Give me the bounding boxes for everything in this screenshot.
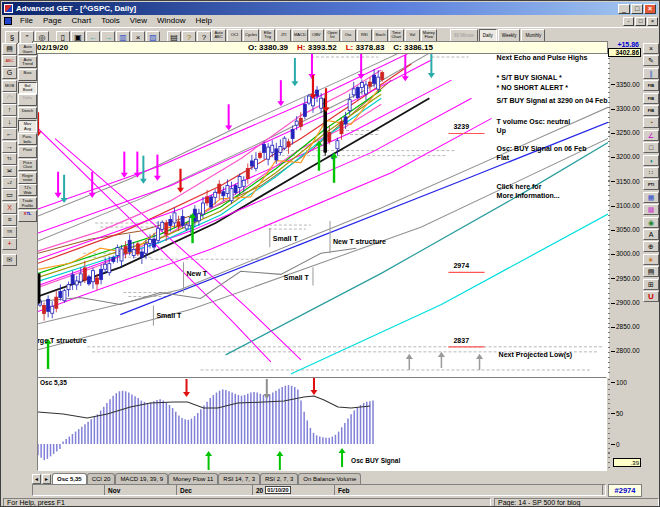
menu-page[interactable]: Page — [38, 16, 67, 25]
tab-cci-20[interactable]: CCI 20 — [87, 473, 116, 484]
arrow-down-icon[interactable]: ↓ — [2, 116, 17, 128]
maximize-button[interactable]: □ — [631, 4, 643, 14]
arrow-right-icon[interactable]: → — [2, 141, 17, 153]
menu-file[interactable]: File — [15, 16, 38, 25]
fib-extension-icon[interactable]: FIB EXT — [643, 93, 659, 104]
elliott-abc-icon[interactable]: ABC — [2, 55, 17, 67]
study-bias[interactable]: Bias — [18, 69, 37, 81]
rectangle-icon[interactable]: ▭ — [2, 189, 17, 201]
tb-oci[interactable]: OCI — [227, 29, 242, 42]
ruler-date-thumb[interactable]: 01/10/20 — [265, 486, 290, 494]
study-bol-band[interactable]: BolBand — [18, 82, 37, 94]
mdi-restore-button[interactable]: □ — [635, 17, 646, 26]
tab-scroll-left[interactable]: ◄ — [32, 474, 41, 484]
tf-weekly[interactable]: Weekly — [498, 29, 521, 42]
tb-vol[interactable]: Vol — [405, 29, 420, 42]
tab-money-flow-11[interactable]: Money Flow 11 — [168, 473, 218, 484]
remove-lines-icon[interactable]: X — [2, 202, 17, 214]
study-auto-trend[interactable]: AutoTrend — [18, 56, 37, 68]
zoom-tool-icon[interactable]: ⊕ — [643, 241, 659, 252]
tb-rsi[interactable]: RSI — [357, 29, 372, 42]
gann-wheel-icon[interactable]: ◔ — [643, 117, 659, 128]
study-auto-gann[interactable]: AutoGann — [18, 43, 37, 55]
menu-window[interactable]: Window — [152, 16, 190, 25]
link-chart-icon[interactable]: § — [5, 31, 19, 44]
tb-macd[interactable]: MACD — [292, 29, 308, 42]
tb-jti[interactable]: JTI — [276, 29, 291, 42]
gann-fan-icon[interactable]: ∠ — [643, 130, 659, 141]
study-trade-profile[interactable]: TradeProfile — [18, 197, 37, 209]
menu-chart[interactable]: Chart — [67, 16, 97, 25]
study-delta[interactable]: Delta — [18, 94, 37, 106]
cluster-tool-icon[interactable]: ∷ — [643, 167, 659, 178]
close-button[interactable]: × — [644, 4, 656, 14]
text-tool-icon[interactable]: A — [643, 229, 659, 240]
ruler-cell-Dec[interactable]: Dec — [177, 485, 253, 495]
study-price-clust[interactable]: PriceClust — [18, 159, 37, 171]
tb-elliott-trigger[interactable]: Ellio Trig — [260, 29, 275, 42]
grid2-icon[interactable]: ▤ — [643, 266, 659, 277]
tab-macd-19-39-9[interactable]: MACD 19, 39, 9 — [115, 473, 168, 484]
copy-tool-icon[interactable]: ⊞ — [643, 279, 659, 290]
pti-icon[interactable]: PTI — [643, 179, 659, 190]
undo-icon[interactable]: U — [643, 291, 659, 302]
child-window-icon[interactable] — [4, 17, 12, 25]
tb-stoch[interactable]: Stoch — [373, 29, 388, 42]
study-regression[interactable]: Regression — [18, 172, 37, 184]
remove-bands-icon[interactable]: ≡ — [2, 214, 17, 226]
study-parabolic[interactable]: Para-bolic — [18, 133, 37, 145]
mdi-close-button[interactable]: × — [647, 17, 658, 26]
ellipse-icon[interactable]: ◠ — [2, 92, 17, 104]
oscillator-panel[interactable]: Osc 5,35Osc BUY Signal — [37, 377, 607, 471]
tab-osc-5-35[interactable]: Osc 5,35 — [52, 473, 87, 484]
study-pivot[interactable]: Pivot — [18, 146, 37, 158]
globe-icon[interactable]: ◉ — [643, 217, 659, 228]
bar-count-icon[interactable]: ¶1 — [2, 153, 17, 165]
study-mov-avg[interactable]: MovAvg — [18, 120, 37, 132]
arrow-up-icon[interactable]: ↑ — [2, 104, 17, 116]
mob-levels-icon[interactable]: ▩ — [643, 204, 659, 215]
remove-tr-icon[interactable]: TR — [2, 226, 17, 238]
tf-daily[interactable]: Daily — [479, 29, 497, 42]
tb-cycles[interactable]: Cycles — [243, 29, 259, 42]
price-chart-panel[interactable]: Small TNew T structureNew TSmall TSmall … — [37, 53, 609, 378]
tab-on-balance-volume[interactable]: On Balance Volume — [298, 473, 361, 484]
ruler-cell-Feb[interactable]: Feb — [335, 485, 603, 495]
tab-rsi-2-7-3[interactable]: RSI 2, 7, 3 — [260, 473, 298, 484]
pencil-icon[interactable]: ✎ — [643, 55, 659, 66]
oscillator-canvas[interactable]: Osc 5,35Osc BUY Signal — [38, 378, 606, 470]
tf-monthly[interactable]: Monthly — [521, 29, 545, 42]
tab-scroll-right[interactable]: ► — [42, 474, 51, 484]
tf-60-minute[interactable]: 60 Minute — [450, 29, 478, 42]
study-donch[interactable]: Donch — [18, 107, 37, 119]
tb-osc[interactable]: Osc — [341, 29, 356, 42]
minimize-button[interactable]: _ — [618, 4, 630, 14]
menu-help[interactable]: Help — [190, 16, 216, 25]
ruler-cell-20[interactable]: 2001/10/20 — [253, 485, 335, 495]
mob-tool-icon[interactable]: ◖ — [643, 155, 659, 166]
tb-money-flow[interactable]: Money Flow — [421, 29, 437, 42]
fib-time-icon[interactable]: FIB TPC — [643, 105, 659, 116]
trendlines-icon[interactable]: ∥ — [643, 68, 659, 79]
mdi-minimize-button[interactable]: - — [623, 17, 634, 26]
portfolio-icon[interactable]: ▤ — [2, 43, 17, 55]
arrow-left-icon[interactable]: ← — [2, 128, 17, 140]
ruler-cell-Nov[interactable]: Nov — [105, 485, 177, 495]
analysis-annotations[interactable]: Next Echo and Pulse Highs* S/T BUY SIGNA… — [497, 54, 608, 359]
ruler-cell-start[interactable] — [33, 485, 105, 495]
grid-icon[interactable]: ▦ — [643, 192, 659, 203]
gann-icon[interactable]: G — [2, 67, 17, 79]
box-tool-icon[interactable]: □ — [643, 142, 659, 153]
menu-view[interactable]: View — [125, 16, 152, 25]
menu-tools[interactable]: Tools — [96, 16, 125, 25]
tb-auto-abc[interactable]: Auto ABC — [211, 29, 226, 42]
select-icon[interactable]: × — [643, 43, 659, 54]
tb-time-chart[interactable]: Time Chart — [389, 29, 404, 42]
price-chart-canvas[interactable]: Small TNew T structureNew TSmall TSmall … — [38, 54, 608, 377]
date-ruler[interactable]: NovDec2001/10/20Feb — [32, 484, 606, 496]
zoom-z-icon[interactable]: +Z — [2, 177, 17, 189]
align-icon[interactable]: ≍ — [2, 165, 17, 177]
mob-study-icon[interactable]: MOB — [2, 80, 17, 92]
palette-icon[interactable]: ∗ — [643, 254, 659, 265]
tab-rsi-14-7-3[interactable]: RSI 14, 7, 3 — [218, 473, 260, 484]
